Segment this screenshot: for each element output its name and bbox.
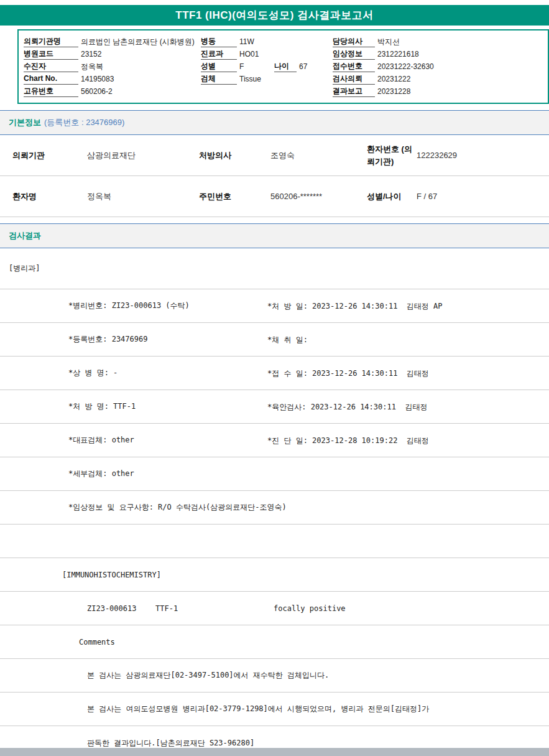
field-value: 박지선 bbox=[377, 37, 400, 47]
test-name: TTF-1 bbox=[155, 604, 178, 613]
report-document: TTF1 (IHC)(여의도성모) 검사결과보고서 의뢰기관명 의료법인 남촌의… bbox=[0, 5, 549, 756]
report-header-banner: TTF1 (IHC)(여의도성모) 검사결과보고서 bbox=[0, 5, 549, 26]
results-section-header: 검사결과 bbox=[0, 223, 549, 248]
result-row: *임상정보 및 요구사항: R/O 수탁검사(삼광의료재단-조영숙) bbox=[0, 491, 549, 525]
field-value: 삼광의료재단 bbox=[87, 149, 199, 162]
field-label: 병동 bbox=[201, 36, 237, 47]
department-row: [병리과] bbox=[0, 248, 549, 289]
info-row: 담당의사 박지선 bbox=[333, 35, 548, 48]
info-column-middle: 병동 11W 진료과 HO01 성별 F 나이 67 검체 Tissue bbox=[201, 35, 333, 98]
field-label: 임상정보 bbox=[333, 49, 375, 60]
field-value: 정옥복 bbox=[87, 190, 199, 203]
specimen-number: ZI23-000613 bbox=[87, 604, 136, 613]
info-row: Chart No. 14195083 bbox=[24, 73, 201, 85]
registration-number: (등록번호 : 23476969) bbox=[44, 117, 124, 128]
info-row: 진료과 HO01 bbox=[201, 48, 333, 60]
result-row: *등록번호: 23476969 *채 취 일: bbox=[0, 323, 549, 357]
info-row: 고유번호 560206-2 bbox=[24, 85, 201, 98]
field-label: 의뢰기관 bbox=[12, 149, 87, 162]
field-value: 560206-2 bbox=[81, 87, 113, 96]
field-value: 67 bbox=[299, 62, 307, 71]
empty-row bbox=[0, 525, 549, 558]
result-row: *대표검체: other *진 단 일: 2023-12-28 10:19:22… bbox=[0, 424, 549, 457]
comment-line: 판독한 결과입니다.[남촌의료재단 S23-96280] bbox=[87, 738, 254, 749]
comment-row: 본 검사는 여의도성모병원 병리과[02-3779-1298]에서 시행되었으며… bbox=[0, 693, 549, 726]
field-value: 11W bbox=[239, 37, 254, 46]
comments-header-row: Comments bbox=[0, 625, 549, 659]
field-label: 수진자 bbox=[24, 61, 78, 72]
field-value: 122232629 bbox=[417, 149, 549, 162]
department-label: [병리과] bbox=[9, 263, 40, 274]
field-label: 결과보고 bbox=[333, 86, 375, 97]
field-label: 병원코드 bbox=[24, 49, 78, 60]
results-area: [병리과] *병리번호: ZI23-000613 (수탁) *처 방 일: 20… bbox=[0, 248, 549, 756]
info-row: 병동 11W bbox=[201, 35, 333, 48]
field-label: 진료과 bbox=[201, 49, 237, 60]
field-value: 14195083 bbox=[81, 75, 114, 83]
info-row: 검체 Tissue bbox=[201, 73, 333, 85]
ihc-header-label: [IMMUNOHISTOCHEMISTRY] bbox=[62, 571, 161, 579]
info-row: 결과보고 20231228 bbox=[333, 85, 548, 98]
field-label: 접수번호 bbox=[333, 61, 375, 72]
field-label: 의뢰기관명 bbox=[24, 36, 78, 47]
field-label: Chart No. bbox=[24, 73, 78, 85]
comment-row: 본 검사는 삼광의료재단[02-3497-5100]에서 재수탁한 검체입니다. bbox=[0, 659, 549, 693]
field-label: 환자번호 (의뢰기관) bbox=[367, 143, 417, 167]
comment-line: 본 검사는 여의도성모병원 병리과[02-3779-1298]에서 시행되었으며… bbox=[87, 704, 429, 714]
basic-info-table: 의뢰기관 삼광의료재단 처방의사 조영숙 환자번호 (의뢰기관) 1222326… bbox=[0, 135, 549, 217]
field-label: 처방의사 bbox=[199, 149, 270, 162]
field-label: 나이 bbox=[274, 61, 297, 72]
field-value: 의료법인 남촌의료재단 (시화병원) bbox=[81, 37, 195, 47]
result-field-left: *대표검체: other bbox=[68, 435, 134, 446]
result-row: *처 방 명: TTF-1 *육안검사: 2023-12-26 14:30:11… bbox=[0, 390, 549, 424]
comments-label: Comments bbox=[79, 638, 115, 646]
bottom-bar bbox=[0, 748, 549, 756]
result-field-left: *등록번호: 23476969 bbox=[68, 334, 147, 345]
field-label: 담당의사 bbox=[333, 36, 375, 47]
field-value: 20231222-32630 bbox=[377, 62, 434, 71]
field-value: 20231228 bbox=[377, 87, 410, 96]
field-value: 2312221618 bbox=[377, 50, 419, 58]
field-value: 560206-******* bbox=[270, 190, 367, 203]
ihc-result-row: ZI23-000613 TTF-1 focally positive bbox=[0, 592, 549, 625]
result-field-left: *임상정보 및 요구사항: R/O 수탁검사(삼광의료재단-조영숙) bbox=[68, 502, 287, 513]
field-label: 성별/나이 bbox=[367, 190, 417, 203]
header-info-section: 의뢰기관명 의료법인 남촌의료재단 (시화병원) 병원코드 23152 수진자 … bbox=[17, 29, 549, 104]
section-title: 검사결과 bbox=[9, 230, 41, 241]
result-field-right: *접 수 일: 2023-12-26 14:30:11 김태정 bbox=[267, 368, 429, 378]
field-value: 23152 bbox=[81, 50, 101, 58]
result-field-left: *병리번호: ZI23-000613 (수탁) bbox=[68, 301, 190, 311]
field-value: 20231222 bbox=[377, 75, 410, 83]
test-result: focally positive bbox=[274, 604, 346, 613]
field-value: HO01 bbox=[239, 50, 259, 58]
result-row: *세부검체: other bbox=[0, 457, 549, 491]
result-field-right: *처 방 일: 2023-12-26 14:30:11 김태정 AP bbox=[267, 301, 443, 311]
info-column-left: 의뢰기관명 의료법인 남촌의료재단 (시화병원) 병원코드 23152 수진자 … bbox=[24, 35, 201, 98]
result-field-left: *상 병 명: - bbox=[68, 368, 118, 378]
info-row: 성별 F 나이 67 bbox=[201, 60, 333, 73]
comment-line: 본 검사는 삼광의료재단[02-3497-5100]에서 재수탁한 검체입니다. bbox=[87, 670, 329, 681]
result-field-right: *채 취 일: bbox=[267, 334, 308, 345]
table-row: 환자명 정옥복 주민번호 560206-******* 성별/나이 F / 67 bbox=[0, 176, 549, 217]
result-field-left: *처 방 명: TTF-1 bbox=[68, 401, 136, 412]
report-title: TTF1 (IHC)(여의도성모) 검사결과보고서 bbox=[175, 8, 373, 22]
info-row: 접수번호 20231222-32630 bbox=[333, 60, 548, 73]
table-row: 의뢰기관 삼광의료재단 처방의사 조영숙 환자번호 (의뢰기관) 1222326… bbox=[0, 135, 549, 176]
info-row: 검사의뢰 20231222 bbox=[333, 73, 548, 85]
field-value: 조영숙 bbox=[270, 149, 367, 162]
field-label: 검체 bbox=[201, 73, 237, 85]
info-row: 의뢰기관명 의료법인 남촌의료재단 (시화병원) bbox=[24, 35, 201, 48]
ihc-header-row: [IMMUNOHISTOCHEMISTRY] bbox=[0, 558, 549, 592]
field-value: 정옥복 bbox=[81, 62, 103, 72]
basic-info-section-header: 기본정보 (등록번호 : 23476969) bbox=[0, 110, 549, 135]
result-row: *병리번호: ZI23-000613 (수탁) *처 방 일: 2023-12-… bbox=[0, 289, 549, 323]
field-value: F / 67 bbox=[417, 190, 549, 203]
field-label: 성별 bbox=[201, 61, 237, 72]
field-label: 검사의뢰 bbox=[333, 73, 375, 85]
field-value: Tissue bbox=[239, 75, 261, 83]
info-column-right: 담당의사 박지선 임상정보 2312221618 접수번호 20231222-3… bbox=[333, 35, 548, 98]
result-field-left: *세부검체: other bbox=[68, 469, 134, 479]
field-label: 환자명 bbox=[12, 190, 87, 203]
info-row: 임상정보 2312221618 bbox=[333, 48, 548, 60]
section-title: 기본정보 bbox=[9, 117, 41, 128]
